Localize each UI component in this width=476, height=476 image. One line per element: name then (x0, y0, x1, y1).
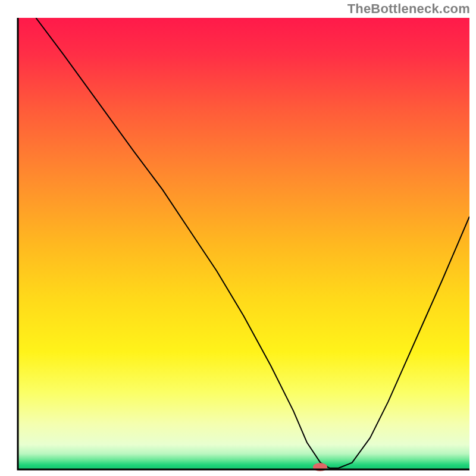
bottleneck-plot (0, 0, 476, 476)
chart-container: { "watermark": "TheBottleneck.com", "plo… (0, 0, 476, 476)
